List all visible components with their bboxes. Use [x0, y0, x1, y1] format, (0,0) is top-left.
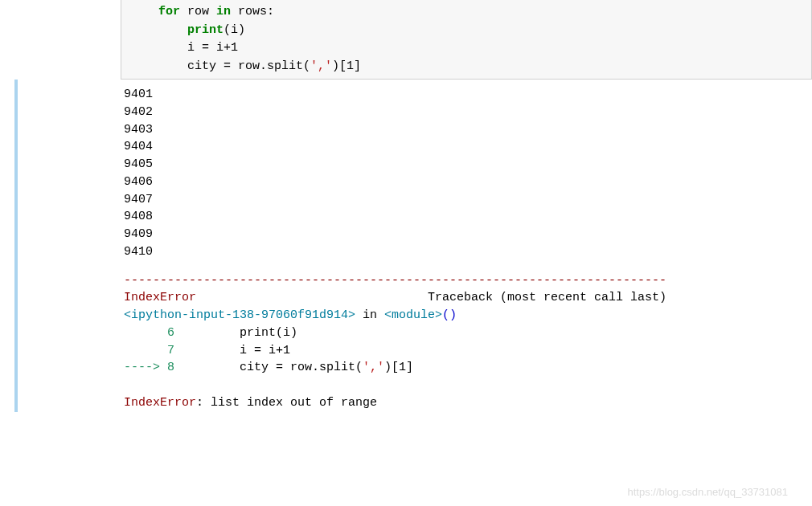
error-type-final: IndexError [124, 396, 196, 410]
code-cell: for row in rows: print(i) i = i+1 city =… [121, 0, 812, 80]
code-line-3: i = i+1 [129, 39, 803, 58]
code-line-4: city = row.split(',')[1] [129, 58, 803, 76]
output-line: 9406 [124, 173, 812, 191]
output-line: 9404 [124, 138, 812, 156]
line-number: 7 [124, 344, 174, 357]
string-literal: ',' [310, 59, 332, 73]
code-line-1: for row in rows: [129, 3, 803, 22]
error-arrow-icon: ----> [124, 361, 167, 374]
output-area: 9401 9402 9403 9404 9405 9406 9407 9408 … [14, 80, 812, 412]
traceback-divider: ----------------------------------------… [124, 272, 812, 290]
keyword-for: for [158, 5, 180, 18]
code-line-2: print(i) [129, 22, 803, 40]
output-line: 9401 [124, 86, 812, 104]
line-number: 8 [167, 361, 174, 374]
traceback-source: <ipython-input-138-97060f91d914> in <mod… [124, 307, 812, 324]
output-line: 9405 [124, 156, 812, 173]
output-line: 9407 [124, 191, 812, 209]
output-numbers: 9401 9402 9403 9404 9405 9406 9407 9408 … [124, 86, 812, 261]
output-line: 9408 [124, 208, 812, 226]
output-line: 9402 [124, 104, 812, 121]
string-literal: ',' [363, 361, 384, 374]
builtin-print: print [187, 23, 224, 37]
line-number: 6 [124, 326, 174, 340]
keyword-in: in [216, 5, 231, 18]
error-type: IndexError [124, 291, 196, 304]
watermark: https://blog.csdn.net/qq_33731081 [628, 486, 789, 498]
traceback-blank [124, 377, 812, 394]
traceback-line-7: 7 i = i+1 [124, 342, 812, 360]
output-line: 9409 [124, 226, 812, 243]
traceback-line-8: ----> 8 city = row.split(',')[1] [124, 359, 812, 377]
traceback-header: IndexError Traceback (most recent call l… [124, 289, 812, 307]
traceback-label: Traceback (most recent call last) [428, 291, 666, 304]
traceback-line-6: 6 print(i) [124, 324, 812, 342]
ipython-input-link: <ipython-input-138-97060f91d914> [124, 308, 355, 322]
output-line: 9410 [124, 243, 812, 261]
module-link: <module> [384, 308, 442, 322]
output-line: 9403 [124, 121, 812, 139]
error-message: IndexError: list index out of range [124, 394, 812, 412]
